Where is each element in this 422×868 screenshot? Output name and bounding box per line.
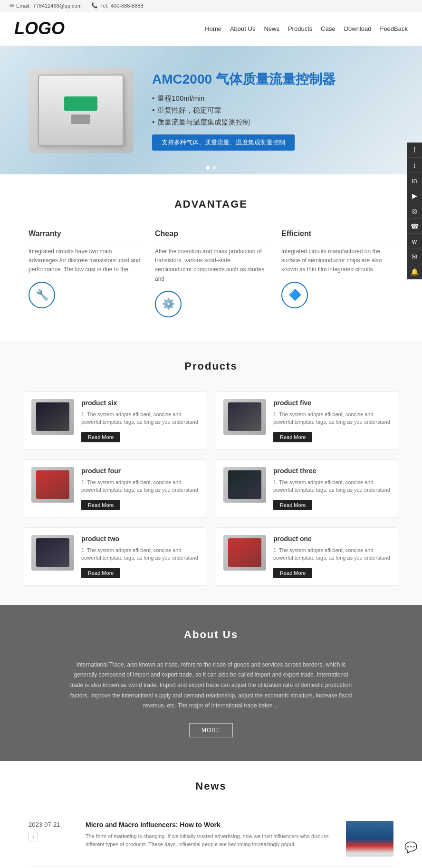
tel-info: 📞 Tel: 400-888-8888 bbox=[91, 2, 144, 9]
product-desc-one: 1. The system adopts efficient, concise … bbox=[273, 546, 391, 562]
product-desc-five: 1. The system adopts efficient, concise … bbox=[273, 410, 391, 426]
news-img-bg-1 bbox=[346, 821, 393, 857]
product-name-six: product six bbox=[81, 399, 199, 407]
social-facebook[interactable]: f bbox=[407, 143, 422, 158]
about-more-button[interactable]: MORE bbox=[189, 723, 233, 737]
efficient-icon: 🔷 bbox=[281, 282, 308, 308]
product-desc-three: 1. The system adopts efficient, concise … bbox=[273, 478, 391, 494]
about-text: International Trade, also known as trade… bbox=[68, 660, 354, 711]
device-illustration bbox=[38, 75, 124, 146]
news-arrow-1[interactable]: › bbox=[29, 832, 38, 841]
social-bell[interactable]: 🔔 bbox=[407, 264, 422, 279]
product-name-four: product four bbox=[81, 467, 199, 475]
news-text-1: The form of marketing is changing. If we… bbox=[86, 832, 336, 849]
phone-icon: 📞 bbox=[91, 2, 98, 9]
nav-feedback[interactable]: FeedBack bbox=[380, 25, 408, 32]
social-youtube[interactable]: ▶ bbox=[407, 188, 422, 203]
news-image-1 bbox=[346, 821, 393, 857]
products-title: Products bbox=[24, 360, 398, 372]
product-desc-two: 1. The system adopts efficient, concise … bbox=[81, 546, 199, 562]
advantage-cheap-title: Cheap bbox=[155, 229, 267, 242]
news-item-1: 2023-07-21 › Micro and Macro Influencers… bbox=[29, 811, 393, 867]
product-card-two: product two 1. The system adopts efficie… bbox=[24, 527, 206, 586]
product-img-two bbox=[31, 535, 74, 571]
social-email[interactable]: ✉ bbox=[407, 249, 422, 264]
hero-title: AMC2000 气体质量流量控制器 bbox=[152, 70, 393, 88]
hero-dot-1[interactable] bbox=[206, 166, 210, 170]
logo: LOGO bbox=[14, 19, 65, 38]
email-icon: ✉ bbox=[10, 2, 14, 9]
product-card-one: product one 1. The system adopts efficie… bbox=[216, 527, 398, 586]
hero-bullet-2: 重复性好，稳定可靠 bbox=[152, 106, 393, 115]
product-btn-one[interactable]: Read More bbox=[273, 568, 312, 578]
social-instagram[interactable]: ◎ bbox=[407, 203, 422, 219]
advantage-grid: Warranty Integrated circuits have two ma… bbox=[29, 229, 393, 317]
email-label: Email: bbox=[16, 3, 31, 9]
product-info-one: product one 1. The system adopts efficie… bbox=[273, 535, 391, 578]
social-sidebar: f t in ▶ ◎ ☎ w ✉ 🔔 bbox=[407, 143, 422, 279]
hero-bullet-1: 量程100ml/min bbox=[152, 94, 393, 103]
warranty-icon: 🔧 bbox=[29, 282, 55, 308]
nav-products[interactable]: Products bbox=[288, 25, 312, 32]
news-title-1: Micro and Macro Influencers: How to Work bbox=[86, 821, 336, 829]
hero-dot-2[interactable] bbox=[212, 166, 216, 170]
cheap-icon: ⚙️ bbox=[155, 291, 182, 317]
advantage-title: ADVANTAGE bbox=[29, 198, 393, 210]
advantage-warranty-text: Integrated circuits have two main advant… bbox=[29, 247, 141, 275]
social-whatsapp[interactable]: w bbox=[407, 234, 422, 249]
nav-download[interactable]: Download bbox=[344, 25, 372, 32]
news-title: News bbox=[29, 780, 393, 792]
news-date-1: 2023-07-21 bbox=[29, 821, 76, 828]
product-btn-four[interactable]: Read More bbox=[81, 500, 120, 510]
hero-cta-button[interactable]: 支持多种气体、质量流量、温度集成测量控制 bbox=[152, 134, 295, 151]
nav-about[interactable]: About Us bbox=[230, 25, 255, 32]
nav-home[interactable]: Home bbox=[205, 25, 221, 32]
social-phone[interactable]: ☎ bbox=[407, 219, 422, 234]
product-name-two: product two bbox=[81, 535, 199, 543]
device-port bbox=[71, 114, 90, 124]
product-img-one bbox=[223, 535, 266, 571]
product-btn-two[interactable]: Read More bbox=[81, 568, 120, 578]
hero-bullets: 量程100ml/min 重复性好，稳定可靠 质量流量与温度集成监测控制 bbox=[152, 94, 393, 127]
products-grid: product six 1. The system adopts efficie… bbox=[24, 391, 398, 586]
product-img-six bbox=[31, 399, 74, 435]
advantage-efficient: Efficient Integrated circuits manufactur… bbox=[281, 229, 393, 317]
hero-bullet-3: 质量流量与温度集成监测控制 bbox=[152, 118, 393, 127]
advantage-cheap: Cheap After the invention and mass produ… bbox=[155, 229, 267, 317]
top-bar: ✉ Email: 778412468@qq.com 📞 Tel: 400-888… bbox=[0, 0, 422, 11]
hero-text: AMC2000 气体质量流量控制器 量程100ml/min 重复性好，稳定可靠 … bbox=[152, 70, 393, 151]
device-screen bbox=[64, 96, 97, 111]
chat-bubble-icon[interactable]: 💬 bbox=[404, 841, 417, 854]
about-section: About Us International Trade, also known… bbox=[0, 605, 422, 761]
product-img-five bbox=[223, 399, 266, 435]
product-btn-five[interactable]: Read More bbox=[273, 432, 312, 442]
social-twitter[interactable]: t bbox=[407, 158, 422, 173]
product-info-two: product two 1. The system adopts efficie… bbox=[81, 535, 199, 578]
product-info-four: product four 1. The system adopts effici… bbox=[81, 467, 199, 510]
product-info-six: product six 1. The system adopts efficie… bbox=[81, 399, 199, 442]
social-linkedin[interactable]: in bbox=[407, 173, 422, 188]
product-btn-three[interactable]: Read More bbox=[273, 500, 312, 510]
main-nav: Home About Us News Products Case Downloa… bbox=[205, 25, 408, 32]
product-img-four bbox=[31, 467, 74, 503]
product-name-five: product five bbox=[273, 399, 391, 407]
hero-product-image bbox=[29, 67, 133, 153]
product-desc-four: 1. The system adopts efficient, concise … bbox=[81, 478, 199, 494]
product-btn-six[interactable]: Read More bbox=[81, 432, 120, 442]
product-card-five: product five 1. The system adopts effici… bbox=[216, 391, 398, 450]
advantage-efficient-text: Integrated circuits manufactured on the … bbox=[281, 247, 393, 275]
nav-case[interactable]: Case bbox=[321, 25, 335, 32]
hero-banner: AMC2000 气体质量流量控制器 量程100ml/min 重复性好，稳定可靠 … bbox=[0, 46, 422, 174]
product-name-one: product one bbox=[273, 535, 391, 543]
tel-label: Tel: bbox=[100, 3, 108, 9]
news-section: News 2023-07-21 › Micro and Macro Influe… bbox=[0, 761, 422, 868]
product-card-three: product three 1. The system adopts effic… bbox=[216, 459, 398, 518]
product-info-three: product three 1. The system adopts effic… bbox=[273, 467, 391, 510]
advantage-efficient-title: Efficient bbox=[281, 229, 393, 242]
product-info-five: product five 1. The system adopts effici… bbox=[273, 399, 391, 442]
product-desc-six: 1. The system adopts efficient, concise … bbox=[81, 410, 199, 426]
product-card-six: product six 1. The system adopts efficie… bbox=[24, 391, 206, 450]
nav-news[interactable]: News bbox=[264, 25, 279, 32]
advantage-warranty-title: Warranty bbox=[29, 229, 141, 242]
header: LOGO Home About Us News Products Case Do… bbox=[0, 11, 422, 46]
